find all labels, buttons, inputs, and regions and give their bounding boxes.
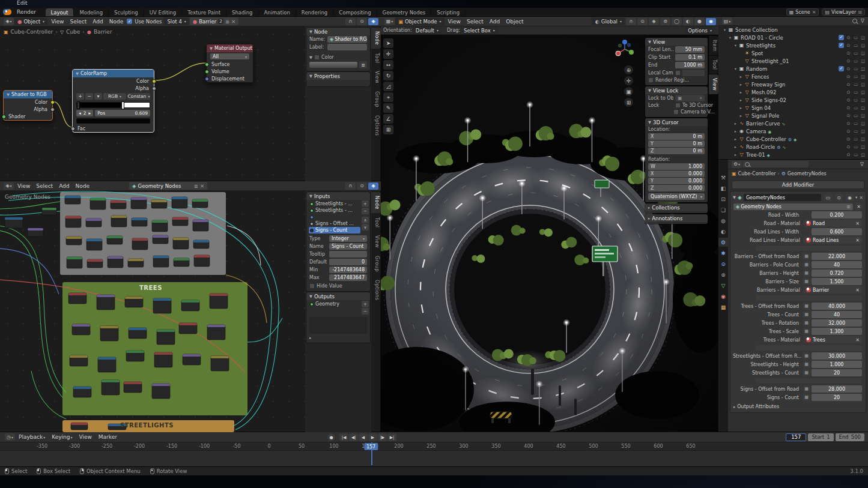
auto-keying-button[interactable]: ● bbox=[327, 433, 335, 441]
hide-eye-icon[interactable]: ⊙ bbox=[845, 58, 852, 64]
keying-menu[interactable]: Keying▾ bbox=[49, 434, 75, 440]
outliner-row[interactable]: ▸ ▽ Sign 04 ✓ ⊙ ▭ ◫ bbox=[718, 104, 868, 112]
stop-color-swatch[interactable] bbox=[76, 118, 150, 124]
expander-icon[interactable]: ▾ bbox=[733, 67, 738, 71]
hide-viewport-icon[interactable]: ▭ bbox=[852, 89, 859, 95]
shader-mode-dropdown[interactable]: ●Object▾ bbox=[14, 17, 47, 25]
sidebar-tab[interactable]: Group bbox=[371, 252, 381, 276]
outliner-row[interactable]: ▸ ▽ Mesh.092 ✓ ⊙ ▭ ◫ bbox=[718, 88, 868, 96]
viewport-menu[interactable]: View bbox=[445, 19, 464, 25]
geo-menu[interactable]: Select bbox=[33, 183, 56, 189]
modifier-name-field[interactable]: GeometryNodes bbox=[744, 194, 821, 201]
expander-icon[interactable]: ▸ bbox=[733, 129, 738, 134]
hide-eye-icon[interactable]: ⊙ bbox=[845, 113, 852, 118]
input-attribute-toggle[interactable]: ▦ bbox=[803, 311, 810, 318]
hide-eye-icon[interactable]: ⊙ bbox=[845, 35, 852, 40]
socket-color[interactable] bbox=[50, 100, 55, 104]
hide-render-icon[interactable]: ◫ bbox=[860, 121, 866, 126]
hide-render-icon[interactable]: ◫ bbox=[860, 50, 866, 56]
add-stop-button[interactable]: + bbox=[76, 93, 84, 100]
add-output-button[interactable]: + bbox=[362, 301, 369, 307]
outliner-row[interactable]: ▾ ▣ Streetlights ✓ ⊙ ▭ ◫ bbox=[718, 41, 868, 49]
blender-logo-icon[interactable] bbox=[3, 9, 11, 15]
gizmos-icon[interactable]: ◈ bbox=[649, 18, 659, 25]
topbar-menu[interactable]: Edit bbox=[14, 0, 41, 8]
outliner-row[interactable]: ▾ ▣ ROAD 01 - Circle ✓ ⊙ ▭ ◫ bbox=[718, 34, 868, 41]
input-tooltip-field[interactable] bbox=[329, 251, 367, 258]
snap-magnet-icon[interactable]: ∩ bbox=[626, 18, 636, 25]
input-default-field[interactable]: 0 bbox=[329, 259, 367, 265]
filter-icon[interactable]: ∇ bbox=[860, 161, 866, 167]
tool-button[interactable]: ⊞ bbox=[383, 125, 393, 134]
expander-icon[interactable]: ▾ bbox=[733, 43, 738, 48]
node-colorramp[interactable]: ▼ColorRamp Color Alpha + − ▾ RGB▾ Consta… bbox=[72, 69, 154, 133]
hide-render-icon[interactable]: ◫ bbox=[860, 35, 866, 40]
value-field[interactable]: 0.1 m bbox=[675, 54, 705, 61]
lock-object-field[interactable]: ▣⌖ bbox=[675, 95, 705, 101]
shading-wireframe-icon[interactable]: ◯ bbox=[672, 18, 682, 25]
value-slider[interactable]: 32.000 bbox=[812, 319, 862, 327]
hide-eye-icon[interactable]: ⊙ bbox=[845, 97, 852, 103]
hide-eye-icon[interactable]: ⊙ bbox=[845, 144, 852, 149]
pan-icon[interactable]: ✛ bbox=[624, 76, 633, 85]
node-group-field[interactable]: ◈Geometry Nodes≣ bbox=[733, 203, 853, 210]
shader-menu[interactable]: Node bbox=[106, 19, 127, 25]
sidebar-tab[interactable]: View bbox=[371, 67, 381, 87]
remove-stop-button[interactable]: − bbox=[85, 93, 93, 100]
hide-render-icon[interactable]: ◫ bbox=[860, 97, 866, 103]
socket-volume[interactable] bbox=[205, 70, 209, 74]
collections-panel-header[interactable]: ▸Collections bbox=[645, 203, 708, 211]
edit-mode-toggle[interactable]: ▭ bbox=[824, 194, 832, 201]
local-camera-checkbox[interactable] bbox=[675, 70, 681, 76]
sidebar-tab[interactable]: Node bbox=[371, 28, 381, 49]
workspace-tab[interactable]: Compositing bbox=[333, 8, 377, 17]
shading-solid-icon[interactable]: ◐ bbox=[683, 18, 693, 25]
expander-icon[interactable]: ▸ bbox=[733, 137, 738, 142]
input-attribute-toggle[interactable]: ▦ bbox=[803, 303, 810, 310]
expander-icon[interactable]: ▸ bbox=[738, 98, 744, 103]
expander-icon[interactable]: ▾ bbox=[727, 35, 733, 40]
remove-input-button[interactable]: − bbox=[362, 208, 369, 214]
output-socket-row[interactable]: Geometry bbox=[309, 301, 360, 307]
playback-menu[interactable]: Playback▾ bbox=[16, 434, 48, 440]
hide-eye-icon[interactable]: ⊙ bbox=[845, 105, 852, 110]
tool-button[interactable]: ➤ bbox=[383, 38, 393, 48]
hide-eye-icon[interactable]: ⊙ bbox=[845, 89, 852, 95]
workspace-tab[interactable]: Geometry Nodes bbox=[377, 8, 432, 17]
value-field[interactable]: 1000 m bbox=[675, 62, 705, 68]
viewlayer-selector[interactable]: ▤ViewLayer⊞ bbox=[822, 8, 865, 16]
geo-menu[interactable]: Add bbox=[56, 183, 72, 189]
timeline-track[interactable] bbox=[0, 451, 868, 465]
color-mode-dropdown[interactable]: RGB▾ bbox=[103, 93, 126, 100]
hide-render-icon[interactable]: ◫ bbox=[860, 58, 866, 64]
input-attribute-toggle[interactable]: ▦ bbox=[803, 369, 810, 376]
properties-search-field[interactable] bbox=[742, 161, 809, 167]
hide-viewport-icon[interactable]: ▭ bbox=[852, 128, 859, 134]
expander-icon[interactable]: ▸ bbox=[738, 90, 744, 95]
add-input-button[interactable]: + bbox=[362, 200, 369, 207]
value-slider[interactable]: 0.720 bbox=[812, 270, 862, 277]
input-attribute-toggle[interactable]: ▦ bbox=[803, 385, 810, 393]
hide-render-icon[interactable]: ◫ bbox=[860, 89, 866, 95]
shader-canvas[interactable]: ▣Cube-Controller › ▽Cube › ●Barrier ▼Sha… bbox=[0, 26, 381, 181]
expander-icon[interactable]: ▸ bbox=[309, 336, 311, 340]
value-slider[interactable]: 22.000 bbox=[812, 253, 862, 260]
input-attribute-toggle[interactable]: ▦ bbox=[803, 394, 810, 401]
outliner-row[interactable]: ▸ ▽ Cube-Controller ⚙◈ ✓ ⊙ ▭ ◫ bbox=[718, 135, 868, 143]
cursor-rotation-field[interactable]: X0.000 bbox=[648, 170, 705, 177]
inputs-panel-header[interactable]: ▼Inputs bbox=[306, 192, 370, 200]
sidebar-tab[interactable]: Group bbox=[371, 88, 381, 111]
current-frame-indicator[interactable]: 157 bbox=[364, 443, 378, 450]
properties-tab[interactable]: ▽ bbox=[718, 281, 728, 290]
properties-tab[interactable]: ◍ bbox=[718, 216, 728, 225]
input-attribute-toggle[interactable]: ▦ bbox=[803, 278, 810, 285]
hide-value-checkbox[interactable] bbox=[309, 283, 315, 289]
sidebar-tab[interactable]: Tool bbox=[371, 214, 381, 232]
editor-type-icon[interactable]: ◷▾ bbox=[5, 433, 15, 441]
properties-panel-header[interactable]: ▼Properties bbox=[306, 72, 370, 80]
node-name-field[interactable]: ◈Shader to RGB bbox=[327, 36, 367, 43]
tool-button[interactable]: ↻ bbox=[383, 71, 393, 80]
next-keyframe-button[interactable]: |▶ bbox=[378, 433, 387, 441]
rotation-order-dropdown[interactable]: Quaternion (WXYZ)▾ bbox=[648, 193, 705, 200]
marker-menu[interactable]: Marker bbox=[96, 434, 120, 440]
